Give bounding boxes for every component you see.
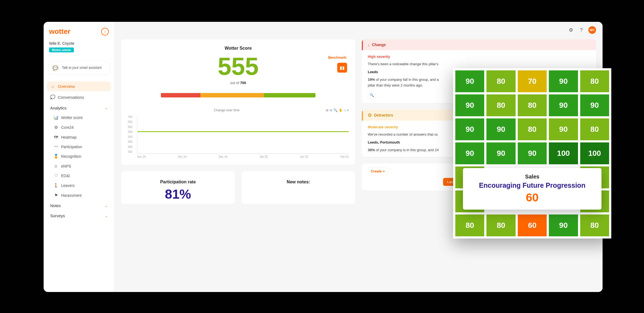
arrow-down-icon: ↓ [368, 43, 370, 47]
bar-chart-icon: 📊 [53, 115, 58, 120]
heatmap-tooltip: Sales Encouraging Future Progression 60 [463, 168, 601, 210]
participation-card: Participation rate 81% [121, 171, 235, 204]
heatmap-cell[interactable]: 80 [486, 70, 515, 92]
score-bar [161, 93, 316, 97]
heatmap-cell[interactable]: 60 [518, 214, 547, 236]
heatmap-cell[interactable]: 90 [455, 118, 484, 140]
heatmap-cell[interactable]: 90 [455, 142, 484, 164]
heatmap-cell[interactable]: 80 [455, 214, 484, 236]
heatmap-cell[interactable]: 80 [486, 214, 515, 236]
tooltip-pillar: Encouraging Future Progression [468, 181, 596, 189]
exit-icon: 🚶 [53, 183, 58, 188]
sad-face-icon: ☹ [368, 113, 372, 117]
heatmap-cell[interactable]: 80 [486, 94, 515, 116]
wotter-score-card: Wotter Score 555 out of 700 Benchmark: ▮… [121, 39, 355, 165]
user-name: Wile E. Coyote [49, 41, 109, 46]
smile-icon: ☺ [53, 164, 58, 168]
settings-icon[interactable]: ⚙ [568, 27, 574, 33]
conversations-icon: 💭 [50, 95, 55, 100]
chart-title: Change over time [128, 108, 326, 112]
heatmap-cell[interactable]: 90 [455, 70, 484, 92]
zoom-out-icon[interactable]: ⊖ [330, 108, 332, 112]
assistant-label: Talk to your smart assistant [62, 66, 101, 70]
bar-segment-red [161, 93, 201, 97]
help-icon[interactable]: ? [578, 27, 585, 33]
bar-segment-yellow [200, 93, 264, 97]
sidebar-section-notes[interactable]: Notes⌄ [47, 201, 111, 211]
home-icon[interactable]: ⌂ [344, 108, 346, 112]
heatmap-cell[interactable]: 80 [580, 214, 609, 236]
create-survey-button[interactable]: Create + [368, 168, 388, 175]
heatmap-overlay: 9080709080908080909090908090809090901001… [453, 68, 611, 239]
heatmap-cell[interactable]: 80 [580, 118, 609, 140]
tooltip-group: Sales [468, 174, 596, 180]
heatmap-cell[interactable]: 90 [518, 142, 547, 164]
line-chart: 700650600550500450400350 [137, 115, 349, 154]
flag-icon: ⚑ [53, 193, 58, 198]
avatar[interactable]: WC [588, 26, 596, 34]
score-subtext: out of 700 [128, 81, 349, 85]
heatmap-cell[interactable]: 90 [549, 214, 578, 236]
score-value: 555 [128, 54, 349, 79]
home-icon: ⌂ [50, 84, 55, 89]
zoom-icon[interactable]: 🔍 [333, 108, 338, 112]
sidebar-item-core24[interactable]: ⚙Core24 [50, 123, 111, 132]
sidebar-item-edi[interactable]: ♡ED&I [50, 171, 111, 180]
map-icon: 🗺 [53, 135, 58, 139]
gear-icon: ⚙ [53, 125, 58, 130]
heatmap-cell[interactable]: 100 [549, 142, 578, 164]
heatmap-cell[interactable]: 80 [580, 70, 609, 92]
participation-value: 81% [127, 187, 230, 202]
severity-label: High severity [368, 54, 590, 60]
sidebar-item-leavers[interactable]: 🚶Leavers [50, 181, 111, 190]
heatmap-cell[interactable]: 100 [580, 142, 609, 164]
heatmap-cell[interactable]: 70 [518, 70, 547, 92]
heatmap-row: 9080709080 [455, 70, 609, 92]
heatmap-cell[interactable]: 90 [549, 70, 578, 92]
x-axis-labels: Nov 24Dec 24Dec 24Jan 25Jan 25Feb 25 [137, 155, 349, 158]
heatmap-cell[interactable]: 90 [549, 118, 578, 140]
pulse-icon: 〰 [53, 144, 58, 149]
heatmap-row: 8080609080 [455, 214, 609, 236]
chart-toolbar: ⊕ ⊖ 🔍 ✋ ⌂ ≡ [326, 108, 349, 112]
heatmap-row: 9080809090 [455, 94, 609, 116]
sidebar-item-conversations[interactable]: 💭Conversations [47, 92, 111, 102]
sidebar-item-recognition[interactable]: 🏅Recognition [50, 152, 111, 161]
insight-text: There's been a noticeable change this pi… [368, 61, 590, 67]
heatmap-row: 909090100100 [455, 142, 609, 164]
benchmark-label: Benchmark: [328, 56, 347, 59]
heatmap-cell[interactable]: 80 [518, 94, 547, 116]
sidebar-item-overview[interactable]: ⌂Overview [47, 81, 111, 91]
heart-icon: ♡ [53, 173, 58, 178]
benchmark-button[interactable]: ▮▮ [337, 63, 347, 73]
heatmap-cell[interactable]: 80 [518, 118, 547, 140]
sidebar-item-heatmap[interactable]: 🗺Heatmap [50, 133, 111, 142]
heatmap-cell[interactable]: 90 [580, 94, 609, 116]
heatmap-cell[interactable]: 90 [455, 94, 484, 116]
heatmap-cell[interactable]: 90 [486, 118, 515, 140]
sidebar-section-analytics[interactable]: Analytics⌄ [47, 103, 111, 113]
chart-series-line [137, 131, 349, 132]
heatmap-cell[interactable]: 90 [549, 94, 578, 116]
assistant-button[interactable]: 💬 Talk to your smart assistant [48, 61, 110, 75]
sidebar-item-harassment[interactable]: ⚑Harassment [50, 191, 111, 200]
zoom-in-icon[interactable]: ⊕ [326, 108, 329, 112]
pan-icon[interactable]: ✋ [339, 108, 343, 112]
heatmap-row: 9090809080 [455, 118, 609, 140]
new-notes-card: New notes: [242, 171, 356, 204]
menu-icon[interactable]: ≡ [347, 108, 349, 112]
award-icon: 🏅 [53, 154, 58, 159]
sidebar-item-wotter-score[interactable]: 📊Wotter score [50, 113, 111, 122]
search-insight-button[interactable]: 🔍 [368, 91, 376, 99]
chat-icon: 💬 [52, 64, 59, 72]
sidebar-item-enps[interactable]: ☺eNPS [50, 162, 111, 171]
sidebar: wotter ‹ Wile E. Coyote Wotter-admin 💬 T… [44, 22, 115, 292]
heatmap-cell[interactable]: 90 [486, 142, 515, 164]
new-notes-title: New notes: [247, 180, 350, 184]
sidebar-item-participation[interactable]: 〰Participation [50, 142, 111, 151]
sidebar-section-surveys[interactable]: Surveys⌄ [47, 211, 111, 221]
collapse-sidebar-button[interactable]: ‹ [101, 28, 109, 35]
change-header: Change [372, 43, 386, 47]
user-role-badge: Wotter-admin [49, 47, 74, 52]
chevron-down-icon: ⌄ [105, 106, 108, 110]
